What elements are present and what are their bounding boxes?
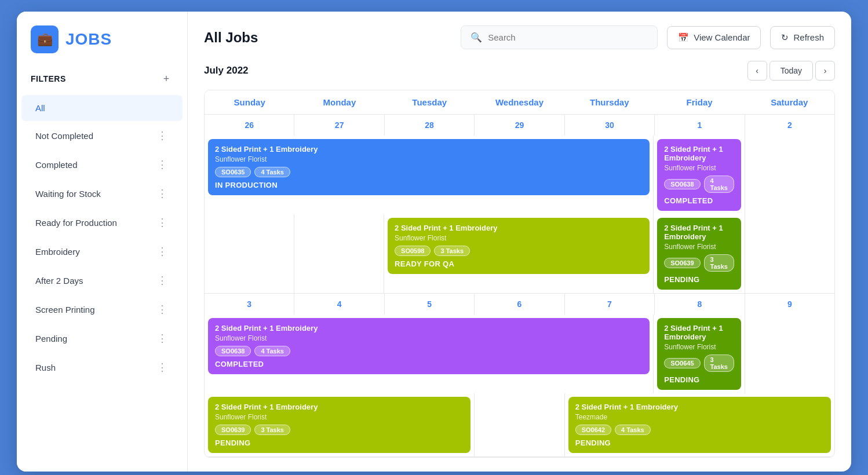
- sidebar-item-dots-not-completed[interactable]: ⋮: [157, 129, 169, 142]
- sidebar-item-waiting-stock[interactable]: Waiting for Stock ⋮: [21, 179, 183, 208]
- nav-next-button[interactable]: ›: [815, 61, 835, 81]
- week-1-row2-sun: [205, 214, 294, 293]
- event-e1-status: IN PRODUCTION: [215, 181, 643, 189]
- view-calendar-button[interactable]: 📅 View Calendar: [667, 26, 761, 49]
- event-e5-cell: 2 Sided Print + 1 Embroidery Sunflower F…: [205, 315, 653, 393]
- sidebar-item-rush[interactable]: Rush ⋮: [21, 353, 183, 382]
- sidebar-item-completed[interactable]: Completed ⋮: [21, 150, 183, 179]
- event-card-e8[interactable]: 2 Sided Print + 1 Embroidery Teezmade SO…: [568, 397, 831, 453]
- event-e4-order: SO0639: [664, 258, 700, 268]
- sidebar-item-label-ready-production: Ready for Production: [35, 218, 117, 228]
- sidebar-item-all[interactable]: All: [21, 95, 183, 121]
- sidebar-item-dots-ready-production[interactable]: ⋮: [157, 216, 169, 229]
- event-card-e2[interactable]: 2 Sided Print + 1 Embroidery Sunflower F…: [657, 139, 741, 211]
- sidebar-item-embroidery[interactable]: Embroidery ⋮: [21, 237, 183, 266]
- nav-prev-button[interactable]: ‹: [747, 61, 767, 81]
- event-e5-client: Sunflower Florist: [215, 334, 643, 342]
- date-1: 1: [657, 118, 742, 132]
- event-e2-tasks: 4 Tasks: [704, 176, 734, 193]
- sidebar-item-not-completed[interactable]: Not Completed ⋮: [21, 121, 183, 150]
- filters-add-button[interactable]: +: [159, 72, 173, 86]
- sidebar-item-dots-completed[interactable]: ⋮: [157, 158, 169, 171]
- sidebar-item-dots-after-2-days[interactable]: ⋮: [157, 274, 169, 287]
- date-cell-3: 3: [205, 294, 294, 315]
- event-e7-cell: 2 Sided Print + 1 Embroidery Sunflower F…: [205, 393, 474, 456]
- sidebar-item-label-after-2-days: After 2 Days: [35, 276, 83, 286]
- event-card-e6[interactable]: 2 Sided Print + 1 Embroidery Sunflower F…: [657, 318, 741, 390]
- event-e6-meta: SO0645 3 Tasks: [664, 355, 734, 372]
- event-card-e4[interactable]: 2 Sided Print + 1 Embroidery Sunflower F…: [657, 218, 741, 290]
- calendar-nav: July 2022 ‹ Today ›: [204, 61, 835, 81]
- event-card-e3[interactable]: 2 Sided Print + 1 Embroidery Sunflower F…: [388, 218, 650, 274]
- week-1-dates: 26 27 28 29 30 1 2: [205, 115, 834, 136]
- date-27: 27: [297, 118, 381, 132]
- refresh-button[interactable]: ↻ Refresh: [770, 26, 835, 49]
- event-e4-tasks: 3 Tasks: [704, 254, 734, 272]
- date-cell-8: 8: [655, 294, 744, 315]
- event-e7-meta: SO0639 3 Tasks: [215, 425, 464, 435]
- main-header: All Jobs 🔍 📅 View Calendar ↻ Refresh: [204, 25, 835, 49]
- event-e8-title: 2 Sided Print + 1 Embroidery: [575, 403, 824, 411]
- date-cell-4: 4: [294, 294, 384, 315]
- sidebar-item-ready-production[interactable]: Ready for Production ⋮: [21, 208, 183, 237]
- sidebar-item-dots-rush[interactable]: ⋮: [157, 361, 169, 374]
- event-e8-tasks: 4 Tasks: [615, 425, 651, 435]
- date-4: 4: [297, 297, 381, 311]
- sidebar-item-after-2-days[interactable]: After 2 Days ⋮: [21, 266, 183, 295]
- main-content: All Jobs 🔍 📅 View Calendar ↻ Refresh Jul…: [188, 12, 851, 472]
- date-cell-9: 9: [745, 294, 834, 315]
- sidebar-logo: 💼 JOBS: [17, 25, 187, 67]
- day-header-tuesday: Tuesday: [385, 90, 475, 114]
- week-1-event-row-1-sat: [745, 136, 834, 214]
- search-input[interactable]: [488, 32, 648, 42]
- date-cell-30: 30: [565, 115, 654, 136]
- week-1-row2-mon: [294, 214, 384, 293]
- date-28: 28: [387, 118, 472, 132]
- date-9: 9: [747, 297, 832, 311]
- event-e7-tasks: 3 Tasks: [254, 425, 290, 435]
- event-card-e1[interactable]: 2 Sided Print + 1 Embroidery Sunflower F…: [208, 139, 650, 195]
- sidebar-item-label-pending: Pending: [35, 334, 67, 344]
- date-cell-7: 7: [565, 294, 654, 315]
- event-e5-status: COMPLETED: [215, 360, 643, 368]
- event-e2-title: 2 Sided Print + 1 Embroidery: [664, 145, 734, 162]
- sidebar-item-dots-pending[interactable]: ⋮: [157, 332, 169, 345]
- sidebar-item-pending[interactable]: Pending ⋮: [21, 324, 183, 353]
- event-e6-cell: 2 Sided Print + 1 Embroidery Sunflower F…: [654, 315, 745, 393]
- event-e3-tasks: 3 Tasks: [434, 246, 470, 256]
- day-header-wednesday: Wednesday: [475, 90, 564, 114]
- date-cell-28: 28: [385, 115, 474, 136]
- event-card-e5[interactable]: 2 Sided Print + 1 Embroidery Sunflower F…: [208, 318, 650, 374]
- search-box[interactable]: 🔍: [461, 25, 658, 49]
- day-header-saturday: Saturday: [745, 90, 834, 114]
- event-e7-client: Sunflower Florist: [215, 413, 464, 421]
- date-2: 2: [747, 118, 832, 132]
- date-3: 3: [207, 297, 291, 311]
- calendar-icon: 📅: [678, 32, 689, 43]
- event-e1-order: SO0635: [215, 167, 251, 177]
- date-cell-27: 27: [294, 115, 384, 136]
- date-cell-29: 29: [475, 115, 564, 136]
- calendar-grid: Sunday Monday Tuesday Wednesday Thursday…: [204, 90, 835, 458]
- sidebar-item-dots-screen-printing[interactable]: ⋮: [157, 303, 169, 316]
- event-e1-cell: 2 Sided Print + 1 Embroidery Sunflower F…: [205, 136, 653, 214]
- refresh-icon: ↻: [781, 32, 789, 43]
- event-e6-client: Sunflower Florist: [664, 343, 734, 351]
- week-1-event-row-1: 2 Sided Print + 1 Embroidery Sunflower F…: [205, 136, 834, 214]
- event-e3-client: Sunflower Florist: [395, 234, 643, 242]
- sidebar-item-screen-printing[interactable]: Screen Printing ⋮: [21, 295, 183, 324]
- sidebar-item-dots-waiting-stock[interactable]: ⋮: [157, 187, 169, 200]
- event-e4-status: PENDING: [664, 275, 734, 284]
- logo-text: JOBS: [65, 30, 112, 49]
- event-card-e7[interactable]: 2 Sided Print + 1 Embroidery Sunflower F…: [208, 397, 471, 453]
- page-title: All Jobs: [204, 30, 451, 46]
- event-e4-meta: SO0639 3 Tasks: [664, 254, 734, 272]
- event-e5-title: 2 Sided Print + 1 Embroidery: [215, 324, 643, 332]
- week-2-section: 3 4 5 6 7 8 9 2 Sided Print + 1 Embroide…: [205, 294, 834, 457]
- date-6: 6: [477, 297, 561, 311]
- sidebar-item-dots-embroidery[interactable]: ⋮: [157, 245, 169, 258]
- nav-today-button[interactable]: Today: [769, 61, 813, 81]
- date-5: 5: [387, 297, 472, 311]
- event-e2-order: SO0638: [664, 179, 700, 189]
- event-e5-order: SO0638: [215, 346, 251, 356]
